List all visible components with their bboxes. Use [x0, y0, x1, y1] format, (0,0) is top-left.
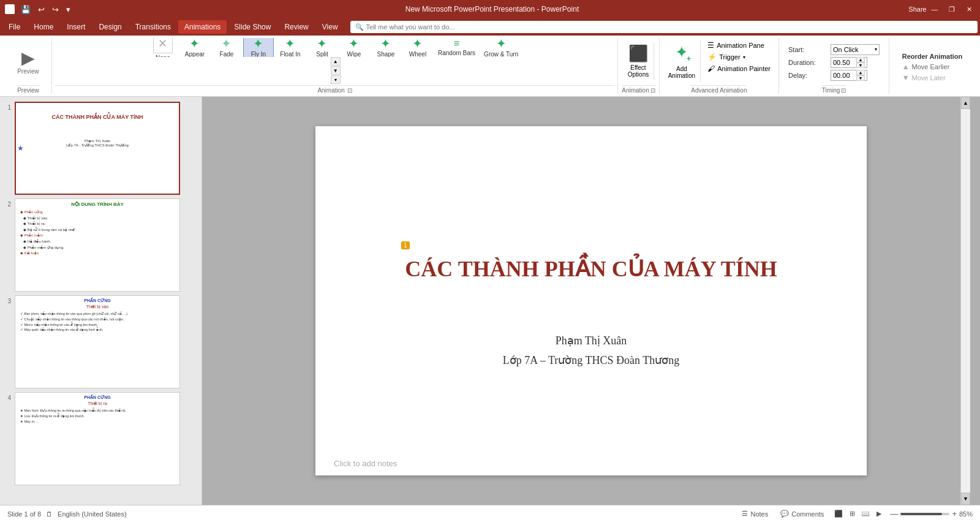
- view-buttons: ⬛ ⊞ 📖 ▶: [832, 508, 885, 520]
- animation-expand-icon[interactable]: ⊡: [347, 87, 352, 94]
- anim-none-button[interactable]: ✕ None: [148, 38, 178, 57]
- anim-float-in-button[interactable]: ✦ Float In: [275, 38, 306, 57]
- float-in-icon: ✦: [285, 38, 295, 50]
- title-bar: P 💾 ↩ ↪ ▾ New Microsoft PowerPoint Prese…: [0, 0, 980, 18]
- share-button[interactable]: Share: [911, 3, 924, 15]
- start-dropdown[interactable]: On Click ▾: [831, 44, 880, 55]
- menu-file[interactable]: File: [2, 20, 26, 34]
- timing-expand-icon[interactable]: ⊡: [841, 87, 846, 94]
- zoom-out-button[interactable]: —: [890, 509, 898, 518]
- notes-button[interactable]: ☰ Notes: [738, 509, 772, 519]
- anim-random-bars-button[interactable]: ≡ Random Bars: [434, 38, 479, 57]
- duration-spinner[interactable]: ▲ ▼: [856, 57, 865, 68]
- normal-view-button[interactable]: ⬛: [832, 508, 845, 520]
- menu-review[interactable]: Review: [278, 20, 314, 34]
- move-later-icon: ▼: [902, 74, 910, 82]
- slide-thumb-4[interactable]: PHẦN CỨNG Thiết bị ra ➤ Màn hình: Đưa th…: [15, 392, 180, 485]
- slide-item-3[interactable]: 3 PHẦN CỨNG Thiết bị vào ✓ Bàn phím: tiế…: [2, 295, 199, 388]
- wheel-label: Wheel: [409, 51, 426, 57]
- slide-number-4: 4: [2, 392, 11, 401]
- search-input[interactable]: [366, 23, 501, 31]
- zoom-slider[interactable]: [900, 513, 949, 515]
- slide-item-1[interactable]: 1 ★ CÁC THÀNH PHẦN CỦA MÁY TÍNH Phạm Thị…: [2, 102, 199, 195]
- delay-down[interactable]: ▼: [856, 75, 865, 81]
- status-right: ☰ Notes 💬 Comments ⬛ ⊞ 📖 ▶ — + 85%: [738, 508, 973, 520]
- animation-painter-button[interactable]: 🖌 Animation Painter: [706, 64, 772, 74]
- zoom-in-button[interactable]: +: [952, 509, 957, 518]
- scroll-up-button[interactable]: ▲: [331, 57, 341, 66]
- scroll-up-btn[interactable]: ▲: [961, 97, 970, 109]
- fade-label: Fade: [220, 51, 234, 57]
- undo-button[interactable]: ↩: [36, 4, 47, 15]
- move-later-button[interactable]: ▼ Move Later: [902, 74, 963, 82]
- slide-panel[interactable]: 1 ★ CÁC THÀNH PHẦN CỦA MÁY TÍNH Phạm Thị…: [0, 97, 202, 505]
- slide-thumb-1[interactable]: ★ CÁC THÀNH PHẦN CỦA MÁY TÍNH Phạm Thị X…: [15, 102, 180, 195]
- duration-down[interactable]: ▼: [856, 62, 865, 68]
- close-button[interactable]: ✕: [963, 3, 975, 15]
- effect-options-icon: ⬛: [628, 44, 648, 63]
- zoom-level[interactable]: 85%: [959, 510, 973, 518]
- anim-appear-button[interactable]: ✦ Appear: [179, 38, 210, 57]
- trigger-button[interactable]: ⚡ Trigger ▾: [706, 52, 772, 62]
- menu-animations[interactable]: Animations: [178, 20, 227, 34]
- menu-home[interactable]: Home: [28, 20, 59, 34]
- slide-item-4[interactable]: 4 PHẦN CỨNG Thiết bị ra ➤ Màn hình: Đưa …: [2, 392, 199, 485]
- vertical-scrollbar[interactable]: ▲ ▼: [960, 97, 970, 505]
- menu-transitions[interactable]: Transitions: [129, 20, 177, 34]
- save-button[interactable]: 💾: [18, 4, 33, 15]
- duration-up[interactable]: ▲: [856, 57, 865, 62]
- scroll-down-button[interactable]: ▼: [331, 66, 341, 75]
- slide-item-2[interactable]: 2 NỘI DUNG TRÌNH BÀY ◆ Phần cứng ◆ Thiết…: [2, 199, 199, 292]
- duration-input[interactable]: 00.50 ▲ ▼: [831, 57, 867, 68]
- comments-button[interactable]: 💬 Comments: [777, 509, 827, 519]
- menu-view[interactable]: View: [316, 20, 344, 34]
- delay-input[interactable]: 00.00 ▲ ▼: [831, 70, 867, 81]
- start-dropdown-arrow: ▾: [875, 47, 877, 52]
- slide-sorter-button[interactable]: ⊞: [846, 508, 858, 520]
- preview-button[interactable]: ▶ Preview: [10, 45, 47, 77]
- advanced-animation-group: ☰ Animation Pane ⚡ Trigger ▾ 🖌 Animation…: [703, 40, 775, 74]
- restore-button[interactable]: ❐: [946, 3, 958, 15]
- slide2-title: NỘI DUNG TRÌNH BÀY: [15, 202, 179, 207]
- canvas-area[interactable]: ▲ ▼ 1 CÁC THÀNH PHẦN CỦA MÁY TÍNH Phạm T…: [202, 97, 980, 505]
- slide4-subtitle: Thiết bị ra: [15, 401, 179, 406]
- ribbon-group-preview: ▶ Preview Preview: [5, 38, 52, 94]
- delay-up[interactable]: ▲: [856, 70, 865, 75]
- preview-group-label: Preview: [17, 87, 39, 94]
- anim-split-button[interactable]: ✦ Split: [307, 38, 337, 57]
- reading-view-button[interactable]: 📖: [859, 508, 872, 520]
- title-bar-left: P 💾 ↩ ↪ ▾: [5, 4, 73, 15]
- slideshow-button[interactable]: ▶: [873, 508, 885, 520]
- canvas-subtitle[interactable]: Phạm Thị Xuân Lớp 7A – Trường THCS Đoàn …: [315, 331, 867, 371]
- slide-thumb-2[interactable]: NỘI DUNG TRÌNH BÀY ◆ Phần cứng ◆ Thiết b…: [15, 199, 180, 292]
- anim-wheel-button[interactable]: ✦ Wheel: [402, 38, 433, 57]
- move-earlier-button[interactable]: ▲ Move Earlier: [902, 62, 963, 71]
- customize-button[interactable]: ▾: [64, 4, 73, 15]
- effect-options-button[interactable]: ⬛ EffectOptions: [623, 42, 654, 80]
- animation-expand2-icon[interactable]: ⊡: [650, 87, 655, 94]
- anim-fly-in-button[interactable]: ✦ Fly In: [243, 38, 274, 57]
- menu-insert[interactable]: Insert: [61, 20, 91, 34]
- none-label: None: [156, 55, 170, 57]
- anim-wipe-button[interactable]: ✦ Wipe: [339, 38, 369, 57]
- minimize-button[interactable]: —: [929, 3, 941, 15]
- notes-prompt[interactable]: Click to add notes: [334, 459, 397, 468]
- anim-shape-button[interactable]: ✦ Shape: [371, 38, 401, 57]
- delay-spinner[interactable]: ▲ ▼: [856, 70, 865, 81]
- slide-thumb-3[interactable]: PHẦN CỨNG Thiết bị vào ✓ Bàn phím: tiếp …: [15, 295, 180, 388]
- animation-pane-button[interactable]: ☰ Animation Pane: [706, 40, 772, 50]
- anim-fade-button[interactable]: ✦ Fade: [211, 38, 242, 57]
- scroll-down-btn[interactable]: ▼: [961, 493, 970, 505]
- fade-icon: ✦: [221, 38, 232, 50]
- slide3-list: ✓ Bàn phím: tiếp nhận thông tin vào qua …: [15, 309, 179, 335]
- redo-button[interactable]: ↪: [50, 4, 61, 15]
- slide-canvas[interactable]: 1 CÁC THÀNH PHẦN CỦA MÁY TÍNH Phạm Thị X…: [315, 126, 867, 475]
- trigger-label: Trigger: [719, 53, 740, 61]
- add-animation-button[interactable]: ✦+ AddAnimation: [663, 40, 701, 81]
- scroll-more-button[interactable]: ▾: [331, 75, 341, 84]
- menu-slideshow[interactable]: Slide Show: [228, 20, 277, 34]
- menu-design[interactable]: Design: [92, 20, 127, 34]
- search-icon: 🔍: [355, 23, 364, 31]
- canvas-title[interactable]: CÁC THÀNH PHẦN CỦA MÁY TÍNH: [315, 256, 867, 282]
- anim-grow-turn-button[interactable]: ✦ Grow & Turn: [480, 38, 522, 57]
